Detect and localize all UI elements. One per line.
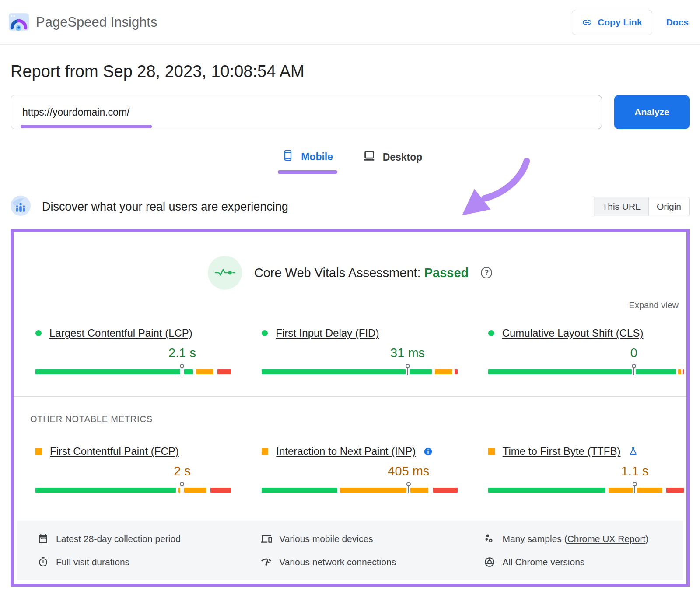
metric-link-inp[interactable]: Interaction to Next Paint (INP) [276,445,416,457]
chrome-ux-report-link[interactable]: Chrome UX Report [567,534,646,544]
core-metrics-grid: Largest Contentful Paint (LCP)2.1 sFirst… [35,327,684,374]
metric-fcp: First Contentful Paint (FCP)2 s [35,445,231,492]
good-dot-bullet [488,330,494,336]
metric-value: 405 ms [388,464,429,478]
note-text: Various network connections [279,557,396,567]
metric-distribution-bar [488,488,684,492]
metric-bar-wrap [35,362,231,374]
note-item: Various network connections [260,556,483,568]
bar-segment-green [35,488,176,492]
metric-link-lcp[interactable]: Largest Contentful Paint (LCP) [49,327,192,339]
bar-segment-green [262,488,337,492]
value-marker-pin [180,364,184,375]
metric-value: 31 ms [390,346,425,360]
tab-mobile[interactable]: Mobile [278,149,337,174]
metric-value: 2 s [174,464,191,478]
bar-segment-red [210,488,231,492]
metric-bar-wrap [488,480,684,492]
scope-this-url-button[interactable]: This URL [594,197,649,216]
info-icon[interactable] [424,447,433,456]
scope-origin-button[interactable]: Origin [649,197,690,216]
app-title: PageSpeed Insights [36,14,158,30]
metric-link-cls[interactable]: Cumulative Layout Shift (CLS) [502,327,644,339]
url-input[interactable]: https://yourdomain.com/ [10,95,602,129]
bar-segment-orange [196,369,214,374]
note-text: Full visit durations [56,557,130,567]
copy-link-label: Copy Link [598,17,642,28]
note-column: Various mobile devicesVarious network co… [260,533,483,568]
metric-value-row: 0 [488,339,684,362]
help-icon[interactable]: ? [481,267,492,278]
note-item: Many samples (Chrome UX Report) [483,533,683,545]
copy-link-button[interactable]: Copy Link [572,10,652,35]
other-metrics-grid: First Contentful Paint (FCP)2 sInteracti… [35,445,684,492]
bar-segment-orange [678,369,682,374]
bar-segment-orange [435,369,452,374]
metric-inp: Interaction to Next Paint (INP)405 ms [262,445,457,492]
bar-segment-orange [410,488,428,492]
metric-value-row: 405 ms [262,457,457,480]
discover-heading: Discover what your real users are experi… [42,200,288,214]
note-item: All Chrome versions [483,556,683,568]
metric-value: 2.1 s [168,346,196,360]
bar-segment-green [488,488,606,492]
tab-desktop[interactable]: Desktop [363,149,423,174]
metric-link-fcp[interactable]: First Contentful Paint (FCP) [50,445,179,457]
metric-value: 0 [630,346,637,360]
bar-segment-orange [637,488,662,492]
metric-value-row: 1.1 s [488,457,684,480]
metric-value-row: 2.1 s [35,339,231,362]
good-dot-bullet [262,330,268,336]
pulse-icon [208,256,242,290]
note-text: Many samples (Chrome UX Report) [502,534,648,544]
metric-distribution-bar [35,369,231,374]
network-icon [260,556,272,568]
metric-bar-wrap [35,480,231,492]
metric-link-fid[interactable]: First Input Delay (FID) [276,327,379,339]
analyze-button[interactable]: Analyze [614,95,690,129]
cwv-assessment-header: Core Web Vitals Assessment: Passed ? [14,256,686,290]
metric-link-ttfb[interactable]: Time to First Byte (TTFB) [503,445,621,457]
bar-segment-red [433,488,458,492]
flask-icon[interactable] [628,447,638,457]
brand[interactable]: PageSpeed Insights [8,11,158,34]
header-actions: Copy Link Docs [572,10,689,35]
metric-fid: First Input Delay (FID)31 ms [262,327,457,374]
docs-link[interactable]: Docs [666,17,689,28]
bar-segment-green [488,369,632,374]
bar-segment-red [666,488,684,492]
expand-view-link[interactable]: Expand view [21,300,679,310]
other-metrics-heading: OTHER NOTABLE METRICS [30,414,686,424]
metric-value: 1.1 s [621,464,649,478]
metric-ttfb: Time to First Byte (TTFB)1.1 s [488,445,684,492]
note-column: Latest 28-day collection periodFull visi… [37,533,260,568]
tab-mobile-label: Mobile [301,151,333,163]
bar-segment-green [184,369,193,374]
bar-segment-red [217,369,231,374]
bar-segment-green [636,369,676,374]
bar-segment-green [262,369,406,374]
metric-bar-wrap [262,362,457,374]
calendar-icon [37,533,49,545]
metric-cls: Cumulative Layout Shift (CLS)0 [488,327,684,374]
metric-head: Cumulative Layout Shift (CLS) [488,327,684,339]
stopwatch-icon [37,556,49,568]
scope-toggle: This URL Origin [594,197,690,216]
samples-icon [483,533,495,545]
device-tabs: Mobile Desktop [0,149,700,174]
metric-bar-wrap [488,362,684,374]
metric-bar-wrap [262,480,457,492]
value-marker-pin [406,482,411,493]
value-marker-pin [633,482,637,493]
metric-head: First Input Delay (FID) [262,327,457,339]
url-value: https://yourdomain.com/ [22,106,130,118]
cwv-panel: Core Web Vitals Assessment: Passed ? Exp… [10,229,690,587]
note-item: Various mobile devices [260,533,483,545]
app-header: PageSpeed Insights Copy Link Docs [0,0,700,45]
discover-row: Discover what your real users are experi… [0,196,700,218]
bar-segment-orange [184,488,206,492]
note-text: All Chrome versions [502,557,584,567]
devices-icon [260,533,272,545]
mobile-phone-icon [282,149,294,164]
metric-distribution-bar [262,369,457,374]
